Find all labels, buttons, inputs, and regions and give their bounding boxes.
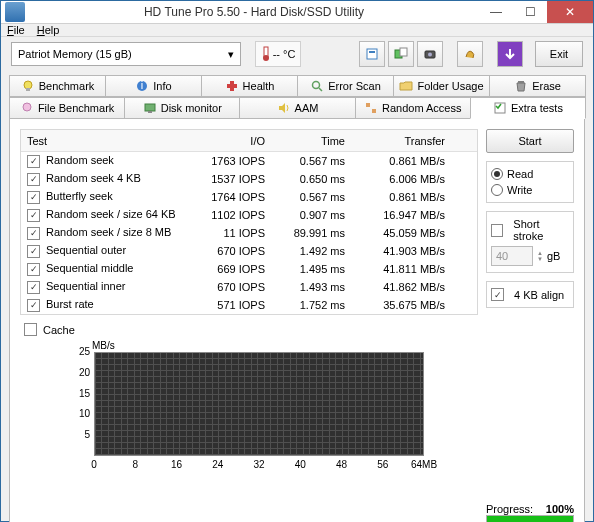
svg-rect-19 [148,111,152,113]
row-checkbox[interactable] [27,281,40,294]
row-time: 1.495 ms [271,263,351,275]
row-time: 0.907 ms [271,209,351,221]
col-io[interactable]: I/O [191,135,271,147]
close-button[interactable]: ✕ [547,1,593,23]
titlebar[interactable]: HD Tune Pro 5.50 - Hard Disk/SSD Utility… [1,1,593,24]
info-icon: i [135,79,149,93]
cache-checkbox[interactable] [24,323,37,336]
tab-error-scan[interactable]: Error Scan [297,75,394,97]
toolbar: Patriot Memory (15 gB) ▾ -- °C Exit [1,37,593,71]
app-window: HD Tune Pro 5.50 - Hard Disk/SSD Utility… [0,0,594,522]
minimize-button[interactable]: — [479,1,513,23]
align-label: 4 KB align [514,289,564,301]
progress-bar [486,515,574,522]
row-io: 670 IOPS [191,281,271,293]
thermometer-icon [261,46,271,62]
tab-benchmark[interactable]: Benchmark [9,75,106,97]
chart-xtick: 64MB [411,459,437,470]
short-stroke-input[interactable]: 40 [491,246,533,266]
row-checkbox[interactable] [27,245,40,258]
row-checkbox[interactable] [27,227,40,240]
table-row[interactable]: Sequential middle669 IOPS1.495 ms41.811 … [21,260,477,278]
table-row[interactable]: Random seek1763 IOPS0.567 ms0.861 MB/s [21,152,477,170]
read-radio[interactable] [491,168,503,180]
tab-aam[interactable]: AAM [239,97,355,119]
save-button[interactable] [497,41,523,67]
copy-info-button[interactable] [359,41,385,67]
row-test-name: Sequential outer [46,244,126,256]
row-time: 1.752 ms [271,299,351,311]
write-radio[interactable] [491,184,503,196]
tab-disk-monitor[interactable]: Disk monitor [124,97,240,119]
row-transfer: 45.059 MB/s [351,227,451,239]
row-checkbox[interactable] [27,155,40,168]
menu-help[interactable]: Help [37,24,60,36]
monitor-icon [143,101,157,115]
row-checkbox[interactable] [27,173,40,186]
tab-extra-tests[interactable]: Extra tests [470,97,586,119]
tab-file-benchmark[interactable]: File Benchmark [9,97,125,119]
row-checkbox[interactable] [27,191,40,204]
table-row[interactable]: Random seek / size 8 MB11 IOPS89.991 ms4… [21,224,477,242]
col-transfer[interactable]: Transfer [351,135,451,147]
col-test[interactable]: Test [21,135,191,147]
chart-xtick: 8 [132,459,138,470]
start-button[interactable]: Start [486,129,574,153]
svg-point-7 [428,53,432,57]
table-row[interactable]: Sequential inner670 IOPS1.493 ms41.862 M… [21,278,477,296]
row-checkbox[interactable] [27,209,40,222]
chart-plot-area [94,352,424,456]
options-button[interactable] [457,41,483,67]
maximize-button[interactable]: ☐ [513,1,547,23]
temp-value: -- °C [273,48,296,60]
speaker-icon [277,101,291,115]
row-time: 0.650 ms [271,173,351,185]
svg-rect-20 [366,103,370,107]
table-row[interactable]: Random seek 4 KB1537 IOPS0.650 ms6.006 M… [21,170,477,188]
row-transfer: 6.006 MB/s [351,173,451,185]
checklist-icon [493,101,507,115]
magnifier-icon [310,79,324,93]
svg-point-1 [263,55,269,61]
row-test-name: Butterfly seek [46,190,113,202]
row-time: 1.492 ms [271,245,351,257]
stroke-spinner[interactable]: ▲▼ [537,250,543,262]
short-stroke-checkbox[interactable] [491,224,503,237]
table-row[interactable]: Butterfly seek1764 IOPS0.567 ms0.861 MB/… [21,188,477,206]
svg-point-14 [313,82,320,89]
tab-random-access[interactable]: Random Access [355,97,471,119]
row-io: 670 IOPS [191,245,271,257]
col-time[interactable]: Time [271,135,351,147]
copy-screenshot-button[interactable] [388,41,414,67]
tab-health[interactable]: Health [201,75,298,97]
chart-ytick: 10 [74,408,90,419]
save-screenshot-button[interactable] [417,41,443,67]
chart-y-unit: MB/s [92,340,115,351]
short-stroke-label: Short stroke [513,218,569,242]
row-time: 0.567 ms [271,191,351,203]
tab-folder-usage[interactable]: Folder Usage [393,75,490,97]
svg-rect-13 [227,84,237,88]
align-checkbox[interactable] [491,288,504,301]
table-row[interactable]: Sequential outer670 IOPS1.492 ms41.903 M… [21,242,477,260]
table-row[interactable]: Burst rate571 IOPS1.752 ms35.675 MB/s [21,296,477,314]
window-title: HD Tune Pro 5.50 - Hard Disk/SSD Utility [29,5,479,19]
svg-rect-5 [400,48,407,56]
row-transfer: 0.861 MB/s [351,155,451,167]
row-io: 11 IOPS [191,227,271,239]
svg-rect-21 [372,109,376,113]
row-checkbox[interactable] [27,263,40,276]
short-stroke-group: Short stroke 40 ▲▼ gB [486,211,574,273]
svg-rect-2 [367,49,377,59]
svg-point-8 [24,81,32,89]
drive-select[interactable]: Patriot Memory (15 gB) ▾ [11,42,241,66]
tab-erase[interactable]: Erase [489,75,586,97]
row-time: 89.991 ms [271,227,351,239]
chart-xtick: 32 [253,459,264,470]
exit-button[interactable]: Exit [535,41,583,67]
row-checkbox[interactable] [27,299,40,312]
menubar: File Help [1,24,593,37]
table-row[interactable]: Random seek / size 64 KB1102 IOPS0.907 m… [21,206,477,224]
tab-info[interactable]: iInfo [105,75,202,97]
menu-file[interactable]: File [7,24,25,36]
